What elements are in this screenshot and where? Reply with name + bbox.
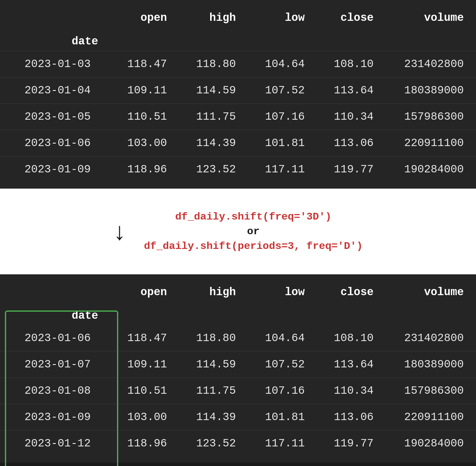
top-close-cell: 113.64 [317, 77, 386, 104]
top-table-open-header: open [110, 6, 179, 30]
bottom-high-cell: 114.39 [179, 404, 248, 430]
top-close-cell: 110.34 [317, 104, 386, 130]
bottom-table-date-header-empty [0, 280, 110, 304]
top-high-cell: 114.59 [179, 77, 248, 104]
top-low-cell: 107.52 [248, 77, 317, 104]
code-line-2: df_daily.shift(periods=3, freq='D') [144, 240, 363, 252]
top-table-header-row: open high low close volume [0, 6, 476, 30]
top-table-index-empty-5 [386, 30, 476, 51]
top-volume-cell: 220911100 [386, 130, 476, 156]
bottom-volume-cell: 190284000 [386, 430, 476, 457]
bottom-table-section: open high low close volume date 2023-01-… [0, 274, 476, 463]
bottom-table: open high low close volume date 2023-01-… [0, 280, 476, 457]
top-table-section: open high low close volume date 2023-01-… [0, 0, 476, 189]
code-container: df_daily.shift(freq='3D') or df_daily.sh… [144, 211, 363, 252]
bottom-date-cell: 2023-01-06 [0, 325, 110, 351]
bottom-volume-cell: 180389000 [386, 351, 476, 378]
top-table-index-empty-1 [110, 30, 179, 51]
table-row: 2023-01-04 109.11 114.59 107.52 113.64 1… [0, 77, 476, 104]
top-low-cell: 101.81 [248, 130, 317, 156]
down-arrow-icon: ↓ [113, 219, 126, 244]
table-row: 2023-01-09 103.00 114.39 101.81 113.06 2… [0, 404, 476, 430]
table-row: 2023-01-06 103.00 114.39 101.81 113.06 2… [0, 130, 476, 156]
bottom-low-cell: 104.64 [248, 325, 317, 351]
top-table-volume-header: volume [386, 6, 476, 30]
table-row: 2023-01-05 110.51 111.75 107.16 110.34 1… [0, 104, 476, 130]
top-high-cell: 111.75 [179, 104, 248, 130]
top-low-cell: 117.11 [248, 156, 317, 183]
bottom-date-cell: 2023-01-07 [0, 351, 110, 378]
top-high-cell: 123.52 [179, 156, 248, 183]
bottom-high-cell: 114.59 [179, 351, 248, 378]
code-or-text: or [247, 226, 260, 237]
bottom-open-cell: 110.51 [110, 378, 179, 404]
top-open-cell: 103.00 [110, 130, 179, 156]
top-low-cell: 107.16 [248, 104, 317, 130]
bottom-table-index-empty-3 [248, 304, 317, 325]
top-date-cell: 2023-01-06 [0, 130, 110, 156]
transition-section: ↓ df_daily.shift(freq='3D') or df_daily.… [0, 189, 476, 274]
top-close-cell: 108.10 [317, 51, 386, 77]
top-date-cell: 2023-01-09 [0, 156, 110, 183]
top-open-cell: 109.11 [110, 77, 179, 104]
bottom-close-cell: 110.34 [317, 378, 386, 404]
table-row: 2023-01-12 118.96 123.52 117.11 119.77 1… [0, 430, 476, 457]
bottom-open-cell: 103.00 [110, 404, 179, 430]
top-volume-cell: 180389000 [386, 77, 476, 104]
top-table-body: 2023-01-03 118.47 118.80 104.64 108.10 2… [0, 51, 476, 183]
table-row: 2023-01-08 110.51 111.75 107.16 110.34 1… [0, 378, 476, 404]
bottom-open-cell: 118.96 [110, 430, 179, 457]
table-row: 2023-01-03 118.47 118.80 104.64 108.10 2… [0, 51, 476, 77]
bottom-low-cell: 117.11 [248, 430, 317, 457]
top-open-cell: 110.51 [110, 104, 179, 130]
top-table-index-empty-3 [248, 30, 317, 51]
bottom-table-body: 2023-01-06 118.47 118.80 104.64 108.10 2… [0, 325, 476, 457]
bottom-date-cell: 2023-01-08 [0, 378, 110, 404]
bottom-table-open-header: open [110, 280, 179, 304]
bottom-close-cell: 113.06 [317, 404, 386, 430]
bottom-low-cell: 101.81 [248, 404, 317, 430]
top-table-index-empty-2 [179, 30, 248, 51]
bottom-volume-cell: 220911100 [386, 404, 476, 430]
table-row: 2023-01-06 118.47 118.80 104.64 108.10 2… [0, 325, 476, 351]
arrow-container: ↓ [113, 219, 126, 244]
bottom-table-index-empty-1 [110, 304, 179, 325]
bottom-table-header-row: open high low close volume [0, 280, 476, 304]
top-table-index-label: date [0, 30, 110, 51]
top-volume-cell: 231402800 [386, 51, 476, 77]
bottom-volume-cell: 231402800 [386, 325, 476, 351]
bottom-date-cell: 2023-01-12 [0, 430, 110, 457]
bottom-table-index-empty-5 [386, 304, 476, 325]
top-table-index-empty-4 [317, 30, 386, 51]
top-volume-cell: 190284000 [386, 156, 476, 183]
table-row: 2023-01-07 109.11 114.59 107.52 113.64 1… [0, 351, 476, 378]
top-table-low-header: low [248, 6, 317, 30]
bottom-table-volume-header: volume [386, 280, 476, 304]
bottom-date-cell: 2023-01-09 [0, 404, 110, 430]
top-table: open high low close volume date 2023-01-… [0, 6, 476, 182]
bottom-open-cell: 118.47 [110, 325, 179, 351]
bottom-table-index-label: date [0, 304, 110, 325]
top-open-cell: 118.96 [110, 156, 179, 183]
top-low-cell: 104.64 [248, 51, 317, 77]
top-table-date-header-empty [0, 6, 110, 30]
top-high-cell: 118.80 [179, 51, 248, 77]
bottom-table-close-header: close [317, 280, 386, 304]
bottom-table-index-empty-2 [179, 304, 248, 325]
bottom-table-index-empty-4 [317, 304, 386, 325]
bottom-open-cell: 109.11 [110, 351, 179, 378]
bottom-low-cell: 107.52 [248, 351, 317, 378]
top-date-cell: 2023-01-05 [0, 104, 110, 130]
table-row: 2023-01-09 118.96 123.52 117.11 119.77 1… [0, 156, 476, 183]
bottom-table-low-header: low [248, 280, 317, 304]
top-open-cell: 118.47 [110, 51, 179, 77]
top-table-index-header-row: date [0, 30, 476, 51]
top-high-cell: 114.39 [179, 130, 248, 156]
bottom-close-cell: 119.77 [317, 430, 386, 457]
bottom-close-cell: 113.64 [317, 351, 386, 378]
bottom-low-cell: 107.16 [248, 378, 317, 404]
bottom-high-cell: 118.80 [179, 325, 248, 351]
bottom-table-high-header: high [179, 280, 248, 304]
top-date-cell: 2023-01-03 [0, 51, 110, 77]
bottom-volume-cell: 157986300 [386, 378, 476, 404]
